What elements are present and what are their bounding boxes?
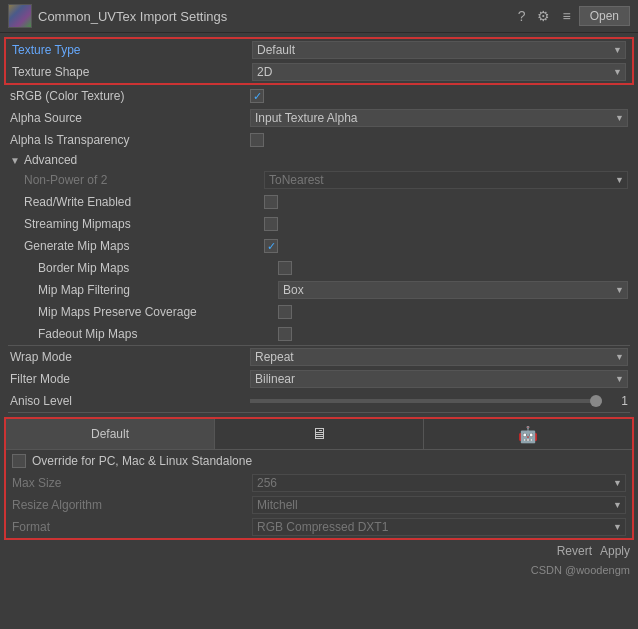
texture-shape-label: Texture Shape: [12, 65, 252, 79]
open-button[interactable]: Open: [579, 6, 630, 26]
format-select[interactable]: RGB Compressed DXT1: [252, 518, 626, 536]
read-write-checkbox[interactable]: [264, 195, 278, 209]
texture-type-select[interactable]: Default: [252, 41, 626, 59]
settings-icon[interactable]: ⚙: [533, 6, 554, 26]
tab-pc[interactable]: 🖥: [215, 419, 424, 449]
tab-default-label: Default: [91, 427, 129, 441]
aniso-slider[interactable]: [250, 399, 602, 403]
footer-actions: Revert Apply: [0, 540, 638, 562]
alpha-source-select[interactable]: Input Texture Alpha: [250, 109, 628, 127]
collapse-icon[interactable]: ▼: [10, 155, 20, 166]
wrap-mode-row: Wrap Mode Repeat: [4, 346, 634, 368]
revert-button[interactable]: Revert: [557, 544, 592, 558]
streaming-row: Streaming Mipmaps: [4, 213, 634, 235]
platform-section: Default 🖥 🤖 Override for PC, Mac & Linux…: [4, 417, 634, 540]
alpha-transparency-value: [250, 133, 628, 147]
alpha-source-row: Alpha Source Input Texture Alpha: [4, 107, 634, 129]
fadeout-label: Fadeout Mip Maps: [38, 327, 278, 341]
aniso-row: Aniso Level 1: [4, 390, 634, 412]
generate-mip-checkbox[interactable]: [264, 239, 278, 253]
mip-filtering-select[interactable]: Box: [278, 281, 628, 299]
border-mip-checkbox[interactable]: [278, 261, 292, 275]
streaming-value: [264, 217, 628, 231]
menu-icon[interactable]: ≡: [558, 6, 574, 26]
aniso-value: 1: [250, 394, 628, 408]
filter-mode-select[interactable]: Bilinear: [250, 370, 628, 388]
max-size-value: 256: [252, 474, 626, 492]
advanced-section-header: ▼ Advanced: [4, 151, 634, 169]
wrap-mode-value: Repeat: [250, 348, 628, 366]
mip-preserve-checkbox[interactable]: [278, 305, 292, 319]
resize-dropdown[interactable]: Mitchell: [252, 496, 626, 514]
filter-mode-value: Bilinear: [250, 370, 628, 388]
texture-icon: [8, 4, 32, 28]
streaming-label: Streaming Mipmaps: [24, 217, 264, 231]
mip-preserve-row: Mip Maps Preserve Coverage: [4, 301, 634, 323]
resize-value: Mitchell: [252, 496, 626, 514]
mip-filtering-value: Box: [278, 281, 628, 299]
override-row: Override for PC, Mac & Linux Standalone: [6, 450, 632, 472]
border-mip-label: Border Mip Maps: [38, 261, 278, 275]
filter-mode-dropdown[interactable]: Bilinear: [250, 370, 628, 388]
alpha-source-value: Input Texture Alpha: [250, 109, 628, 127]
pc-icon: 🖥: [311, 425, 327, 443]
inspector-header: Common_UVTex Import Settings ? ⚙ ≡ Open: [0, 0, 638, 33]
mip-filtering-row: Mip Map Filtering Box: [4, 279, 634, 301]
window-title: Common_UVTex Import Settings: [38, 9, 227, 24]
watermark: CSDN @woodengm: [0, 562, 638, 580]
format-value: RGB Compressed DXT1: [252, 518, 626, 536]
override-checkbox[interactable]: [12, 454, 26, 468]
srgb-checkbox[interactable]: [250, 89, 264, 103]
format-dropdown[interactable]: RGB Compressed DXT1: [252, 518, 626, 536]
read-write-row: Read/Write Enabled: [4, 191, 634, 213]
tab-default[interactable]: Default: [6, 419, 215, 449]
max-size-dropdown[interactable]: 256: [252, 474, 626, 492]
fadeout-row: Fadeout Mip Maps: [4, 323, 634, 345]
resize-select[interactable]: Mitchell: [252, 496, 626, 514]
wrap-mode-dropdown[interactable]: Repeat: [250, 348, 628, 366]
mip-filtering-dropdown[interactable]: Box: [278, 281, 628, 299]
help-icon[interactable]: ?: [514, 6, 530, 26]
tab-android[interactable]: 🤖: [424, 419, 632, 449]
wrap-mode-label: Wrap Mode: [10, 350, 250, 364]
non-power-select[interactable]: ToNearest: [264, 171, 628, 189]
alpha-transparency-label: Alpha Is Transparency: [10, 133, 250, 147]
resize-label: Resize Algorithm: [12, 498, 252, 512]
override-label: Override for PC, Mac & Linux Standalone: [32, 454, 252, 468]
srgb-row: sRGB (Color Texture): [4, 85, 634, 107]
texture-type-section: Texture Type Default Texture Shape 2D: [4, 37, 634, 85]
texture-type-dropdown[interactable]: Default: [252, 41, 626, 59]
header-actions: ? ⚙ ≡ Open: [514, 6, 630, 26]
non-power-value: ToNearest: [264, 171, 628, 189]
filter-mode-label: Filter Mode: [10, 372, 250, 386]
texture-settings-section: sRGB (Color Texture) Alpha Source Input …: [0, 85, 638, 413]
generate-mip-value: [264, 239, 628, 253]
texture-shape-select[interactable]: 2D: [252, 63, 626, 81]
texture-shape-dropdown[interactable]: 2D: [252, 63, 626, 81]
non-power-dropdown[interactable]: ToNearest: [264, 171, 628, 189]
border-mip-value: [278, 261, 628, 275]
fadeout-value: [278, 327, 628, 341]
android-icon: 🤖: [518, 425, 538, 444]
max-size-select[interactable]: 256: [252, 474, 626, 492]
non-power-label: Non-Power of 2: [24, 173, 264, 187]
advanced-label: Advanced: [24, 153, 77, 167]
texture-type-row: Texture Type Default: [6, 39, 632, 61]
format-row: Format RGB Compressed DXT1: [6, 516, 632, 538]
wrap-mode-select[interactable]: Repeat: [250, 348, 628, 366]
border-mip-row: Border Mip Maps: [4, 257, 634, 279]
aniso-slider-container: 1: [250, 394, 628, 408]
alpha-transparency-checkbox[interactable]: [250, 133, 264, 147]
platform-tabs: Default 🖥 🤖: [6, 419, 632, 450]
aniso-label: Aniso Level: [10, 394, 250, 408]
texture-type-label: Texture Type: [12, 43, 252, 57]
max-size-row: Max Size 256: [6, 472, 632, 494]
format-label: Format: [12, 520, 252, 534]
streaming-checkbox[interactable]: [264, 217, 278, 231]
mip-preserve-label: Mip Maps Preserve Coverage: [38, 305, 278, 319]
alpha-source-dropdown[interactable]: Input Texture Alpha: [250, 109, 628, 127]
fadeout-checkbox[interactable]: [278, 327, 292, 341]
aniso-slider-value: 1: [608, 394, 628, 408]
apply-button[interactable]: Apply: [600, 544, 630, 558]
alpha-source-label: Alpha Source: [10, 111, 250, 125]
